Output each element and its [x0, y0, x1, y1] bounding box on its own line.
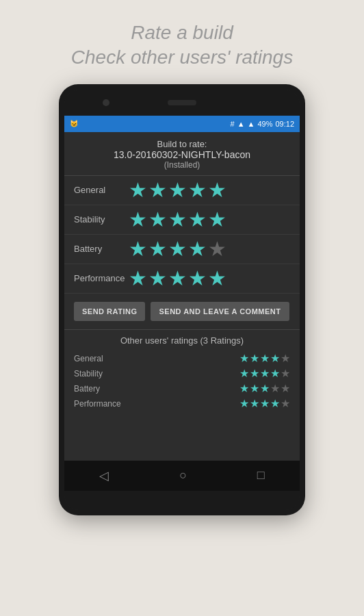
mini-star-filled: ★	[239, 353, 249, 364]
page-header: Rate a build Check other users' ratings	[57, 0, 307, 84]
bottom-nav: ◁ ○ □	[64, 461, 300, 491]
mini-star-filled: ★	[239, 383, 249, 394]
send-rating-button[interactable]: SEND RATING	[74, 302, 145, 321]
rating-label-2: Battery	[74, 244, 129, 254]
star-filled[interactable]: ★	[208, 268, 226, 289]
time-display: 09:12	[275, 120, 294, 128]
other-row-performance: Performance★★★★★	[74, 396, 290, 411]
star-filled[interactable]: ★	[129, 239, 147, 259]
rating-label-0: General	[74, 185, 129, 195]
mini-stars-3: ★★★★★	[239, 398, 290, 409]
status-bar: 😺 # ▲ ▲ 49% 09:12	[64, 116, 300, 132]
phone-top-bezel	[64, 90, 300, 116]
mini-star-filled: ★	[260, 353, 270, 364]
rating-rows: General★★★★★Stability★★★★★Battery★★★★★Pe…	[64, 176, 300, 294]
mini-star-empty: ★	[270, 383, 280, 394]
stars-1[interactable]: ★★★★★	[129, 209, 226, 230]
rating-row-performance: Performance★★★★★	[64, 264, 300, 294]
phone-bottom-bezel	[64, 491, 300, 510]
mini-star-filled: ★	[250, 353, 259, 364]
page-title-line1: Rate a build	[71, 21, 293, 45]
build-label: Build to rate:	[64, 139, 300, 149]
rating-label-1: Stability	[74, 214, 129, 224]
mini-star-filled: ★	[250, 368, 259, 379]
send-and-comment-button[interactable]: SEND AND LEAVE A COMMENT	[151, 302, 289, 321]
recents-button[interactable]: □	[257, 468, 265, 483]
star-filled[interactable]: ★	[129, 209, 147, 230]
stars-3[interactable]: ★★★★★	[129, 268, 226, 289]
mini-stars-0: ★★★★★	[239, 353, 290, 364]
app-content: Build to rate: 13.0-20160302-NIGHTLY-bac…	[64, 132, 300, 461]
other-label-1: Stability	[74, 369, 129, 378]
phone-bezel: 😺 # ▲ ▲ 49% 09:12 Build to rate: 13.0-20…	[64, 90, 300, 510]
page-title-line2: Check other users' ratings	[71, 45, 293, 70]
star-filled[interactable]: ★	[148, 180, 167, 201]
build-name: 13.0-20160302-NIGHTLY-bacon	[64, 149, 300, 160]
star-filled[interactable]: ★	[208, 209, 226, 230]
star-empty[interactable]: ★	[208, 239, 226, 259]
status-bar-right: # ▲ ▲ 49% 09:12	[231, 120, 294, 128]
star-filled[interactable]: ★	[168, 239, 187, 259]
mini-star-filled: ★	[270, 353, 280, 364]
star-filled[interactable]: ★	[129, 268, 147, 289]
star-filled[interactable]: ★	[148, 268, 167, 289]
build-header: Build to rate: 13.0-20160302-NIGHTLY-bac…	[64, 132, 300, 176]
mini-star-filled: ★	[260, 383, 270, 394]
status-bar-left: 😺	[70, 120, 78, 127]
mini-star-empty: ★	[281, 368, 290, 379]
mini-star-empty: ★	[281, 383, 290, 394]
phone-device: 😺 # ▲ ▲ 49% 09:12 Build to rate: 13.0-20…	[59, 84, 305, 515]
other-label-0: General	[74, 354, 129, 363]
home-button[interactable]: ○	[179, 468, 187, 483]
other-ratings-section: Other users' ratings (3 Ratings) General…	[64, 330, 300, 417]
mini-star-filled: ★	[250, 383, 259, 394]
other-rating-rows: General★★★★★Stability★★★★★Battery★★★★★Pe…	[74, 351, 290, 411]
signal-icon: ▲	[248, 120, 255, 128]
mini-star-filled: ★	[270, 398, 280, 409]
star-filled[interactable]: ★	[208, 180, 226, 201]
speaker	[168, 100, 196, 105]
buttons-row: SEND RATING SEND AND LEAVE A COMMENT	[64, 294, 300, 330]
star-filled[interactable]: ★	[188, 239, 207, 259]
star-filled[interactable]: ★	[148, 239, 167, 259]
rating-row-general: General★★★★★	[64, 176, 300, 205]
mini-star-filled: ★	[260, 368, 270, 379]
mini-star-filled: ★	[260, 398, 270, 409]
stars-2[interactable]: ★★★★★	[129, 239, 226, 259]
mini-star-filled: ★	[250, 398, 259, 409]
star-filled[interactable]: ★	[129, 180, 147, 201]
build-status: (Installed)	[64, 160, 300, 170]
star-filled[interactable]: ★	[168, 180, 187, 201]
rating-row-stability: Stability★★★★★	[64, 205, 300, 235]
mini-stars-2: ★★★★★	[239, 383, 290, 394]
other-label-2: Battery	[74, 384, 129, 394]
other-row-general: General★★★★★	[74, 351, 290, 366]
star-filled[interactable]: ★	[168, 209, 187, 230]
mini-star-filled: ★	[239, 398, 249, 409]
star-filled[interactable]: ★	[188, 209, 207, 230]
other-label-3: Performance	[74, 399, 129, 409]
star-filled[interactable]: ★	[148, 209, 167, 230]
mini-star-empty: ★	[281, 398, 290, 409]
star-filled[interactable]: ★	[188, 268, 207, 289]
app-icon: 😺	[70, 120, 78, 127]
mini-star-filled: ★	[270, 368, 280, 379]
other-ratings-title: Other users' ratings (3 Ratings)	[74, 335, 290, 346]
other-row-battery: Battery★★★★★	[74, 381, 290, 396]
wifi-icon: ▲	[237, 120, 245, 128]
hash-icon: #	[231, 120, 235, 128]
rating-row-battery: Battery★★★★★	[64, 235, 300, 264]
other-row-stability: Stability★★★★★	[74, 366, 290, 381]
camera	[103, 99, 109, 106]
battery-level: 49%	[257, 120, 272, 128]
stars-0[interactable]: ★★★★★	[129, 180, 226, 201]
mini-star-filled: ★	[239, 368, 249, 379]
rating-label-3: Performance	[74, 273, 129, 283]
mini-stars-1: ★★★★★	[239, 368, 290, 379]
back-button[interactable]: ◁	[99, 468, 109, 483]
mini-star-empty: ★	[281, 353, 290, 364]
star-filled[interactable]: ★	[168, 268, 187, 289]
star-filled[interactable]: ★	[188, 180, 207, 201]
